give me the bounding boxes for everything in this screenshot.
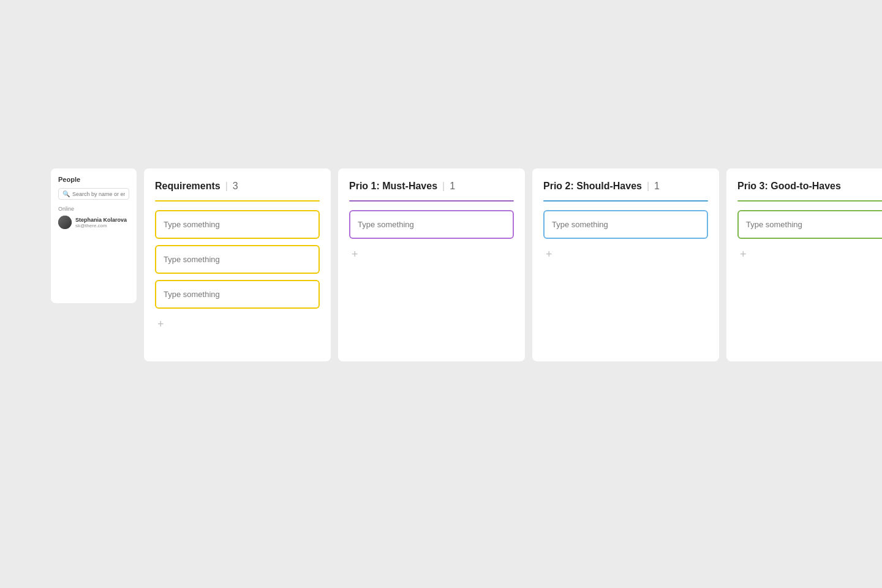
prio2-add-button[interactable]: + (543, 247, 555, 261)
requirements-input-1[interactable] (155, 210, 320, 239)
column-count-prio2: 1 (654, 181, 660, 192)
column-divider-prio2 (543, 200, 708, 202)
requirements-input-3[interactable] (155, 280, 320, 309)
avatar (58, 216, 72, 229)
people-search-box[interactable]: 🔍 (58, 188, 129, 200)
column-count-prio1: 1 (450, 181, 455, 192)
column-prio3: Prio 3: Good-to-Haves + (726, 168, 882, 361)
requirements-add-button[interactable]: + (155, 317, 167, 331)
main-container: People 🔍 Online Stephania Kolarova sk@th… (51, 168, 882, 361)
online-label: Online (58, 206, 129, 212)
column-header-prio2: Prio 2: Should-Haves | 1 (543, 181, 708, 192)
column-prio2: Prio 2: Should-Haves | 1 + (532, 168, 719, 361)
search-input[interactable] (72, 191, 125, 197)
column-count-requirements: 3 (233, 181, 238, 192)
column-title-prio2: Prio 2: Should-Haves (543, 181, 642, 192)
column-title-prio1: Prio 1: Must-Haves (349, 181, 437, 192)
column-prio1: Prio 1: Must-Haves | 1 + (338, 168, 525, 361)
person-info: Stephania Kolarova sk@there.com (75, 217, 127, 228)
person-row: Stephania Kolarova sk@there.com (58, 216, 129, 229)
column-title-prio3: Prio 3: Good-to-Haves (737, 181, 841, 192)
search-icon: 🔍 (62, 190, 70, 197)
column-requirements: Requirements | 3 + (144, 168, 331, 361)
column-title-requirements: Requirements (155, 181, 221, 192)
column-divider-requirements (155, 200, 320, 202)
prio2-input-1[interactable] (543, 210, 708, 239)
people-panel-title: People (58, 176, 129, 183)
column-header-requirements: Requirements | 3 (155, 181, 320, 192)
requirements-input-2[interactable] (155, 245, 320, 274)
person-name: Stephania Kolarova (75, 217, 127, 223)
prio1-input-1[interactable] (349, 210, 514, 239)
prio1-add-button[interactable]: + (349, 247, 361, 261)
column-header-prio3: Prio 3: Good-to-Haves (737, 181, 882, 192)
prio3-add-button[interactable]: + (737, 247, 749, 261)
column-divider-prio1 (349, 200, 514, 202)
prio3-input-1[interactable] (737, 210, 882, 239)
column-header-prio1: Prio 1: Must-Haves | 1 (349, 181, 514, 192)
people-panel: People 🔍 Online Stephania Kolarova sk@th… (51, 168, 137, 303)
column-divider-prio3 (737, 200, 882, 202)
person-email: sk@there.com (75, 223, 127, 228)
